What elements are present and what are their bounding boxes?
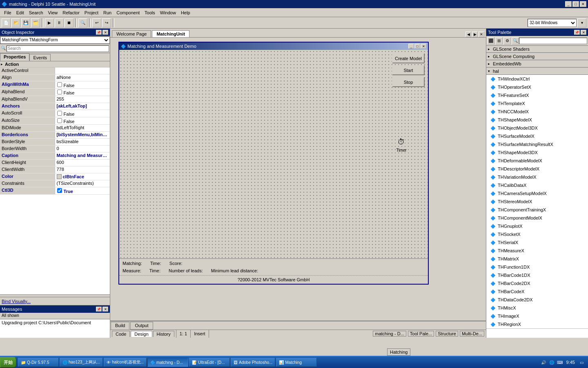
tool-item-thregionx[interactable]: 🔷THRegionX [486, 320, 588, 328]
tool-palette-close[interactable]: ✕ [581, 30, 586, 35]
menu-project[interactable]: Project [82, 9, 101, 16]
messages-pin-button[interactable]: 📌 [96, 307, 102, 312]
menu-search[interactable]: Search [27, 9, 46, 16]
panel-pin-button[interactable]: 📌 [96, 30, 102, 35]
tool-item-thbarcode2dx[interactable]: 🔷THBarCode2DX [486, 279, 588, 287]
tab-design[interactable]: Design [131, 331, 152, 337]
tab-matching-unit[interactable]: MatchingUnit [152, 30, 189, 37]
tab-nav-right[interactable]: ▶ [472, 31, 478, 37]
tool-item-thcalibdatax[interactable]: 🔷THCalibDataX [486, 181, 588, 189]
tool-item-thoperatorsetx[interactable]: 🔷THOperatorSetX [486, 83, 588, 91]
taskbar-item-matching[interactable]: 🔷 matching - D... [147, 358, 188, 367]
platform-dropdown[interactable]: ▾ [577, 18, 586, 27]
tab-events[interactable]: Events [29, 54, 51, 61]
panel-close-button[interactable]: ✕ [102, 30, 108, 35]
prop-value-bidimode[interactable]: bdLeftToRight [55, 125, 110, 131]
toolbar-stop[interactable]: ⏹ [65, 18, 74, 27]
tool-item-thbarcodex[interactable]: 🔷THBarCodeX [486, 287, 588, 296]
taskbar-item-matching2[interactable]: 📊 Matching [276, 358, 317, 367]
create-model-button[interactable]: Create Model [392, 53, 425, 63]
tool-item-thsurfacemodelx[interactable]: 🔷THSurfaceModelX [486, 132, 588, 140]
tab-properties[interactable]: Properties [0, 53, 29, 61]
tool-item-thsteromodelx[interactable]: 🔷THStereoModelX [486, 197, 588, 206]
group-header-hal[interactable]: ▾ hal [486, 68, 588, 75]
menu-window[interactable]: Window [158, 9, 178, 16]
tab-history[interactable]: History [153, 331, 174, 337]
prop-value-borderwidth[interactable]: 0 [55, 146, 110, 152]
menu-component[interactable]: Component [114, 9, 142, 16]
menu-help[interactable]: Help [178, 9, 193, 16]
toolbar-open[interactable]: 📂 [11, 18, 20, 27]
close-button[interactable]: ✕ [580, 1, 586, 7]
form-close-button[interactable]: ✕ [421, 44, 426, 49]
tool-item-thnccmodelx[interactable]: 🔷THNCCModelX [486, 108, 588, 116]
tool-item-thmiscx[interactable]: 🔷THMiscX [486, 304, 588, 312]
tool-icon-3[interactable]: ⚙ [503, 37, 511, 45]
menu-run[interactable]: Run [101, 9, 114, 16]
menu-edit[interactable]: Edit [14, 9, 27, 16]
tool-icon-4[interactable]: 🔍 [512, 37, 519, 45]
tab-tool-palette[interactable]: Tool Pale... [408, 331, 434, 337]
prop-group-action[interactable]: ▸ Action [0, 61, 110, 67]
taskbar-item-qdir[interactable]: 📁 Q-Dir 5.97.5 [18, 358, 59, 367]
messages-close-button[interactable]: ✕ [102, 307, 108, 312]
maximize-button[interactable]: □ [572, 1, 579, 7]
tool-palette-pin[interactable]: 📌 [574, 30, 580, 35]
form-maximize-button[interactable]: □ [414, 44, 420, 49]
prop-value-borderstyle[interactable]: bsSizeable [55, 139, 110, 145]
tool-item-thcamerasetupmodelx[interactable]: 🔷THCameraSetupModelX [486, 189, 588, 197]
tool-item-thvariationmodelx[interactable]: 🔷THVariationModelX [486, 173, 588, 181]
taskbar-item-photoshop[interactable]: 🖼 Adobe Photosho... [231, 358, 275, 367]
prop-value-ctl3d[interactable]: True [55, 187, 110, 194]
toolbar-pause[interactable]: ⏸ [55, 18, 64, 27]
prop-value-alignwithmargins[interactable]: False [55, 81, 110, 88]
tab-matching[interactable]: matching - D... [373, 331, 406, 337]
tool-item-thgnuplotx[interactable]: 🔷THGnuplotX [486, 222, 588, 230]
tool-item-thshapemodel3dx[interactable]: 🔷THShapeModel3DX [486, 148, 588, 157]
stop-button[interactable]: Stop [392, 77, 425, 87]
toolbar-new[interactable]: 📄 [2, 18, 11, 27]
tool-icon-1[interactable]: ⬛ [487, 37, 494, 45]
form-design-area[interactable]: 🔷 Matching and Measurement Demo _ □ ✕ Cr… [110, 38, 486, 321]
tab-close[interactable]: ✕ [479, 31, 484, 37]
prop-value-alphablend[interactable]: False [55, 89, 110, 96]
form-selector[interactable]: MatchingForm TMatchingForm [0, 36, 110, 44]
prop-value-activecontrol[interactable] [55, 67, 110, 74]
minimize-button[interactable]: _ [565, 1, 572, 7]
tool-item-thtemplatex[interactable]: 🔷THTemplateX [486, 99, 588, 108]
tool-item-thdeformablemodelx[interactable]: 🔷THDeformableModelX [486, 157, 588, 165]
prop-value-color[interactable]: clBtnFace [55, 173, 110, 180]
tool-item-thfunction1dx[interactable]: 🔷THFunction1DX [486, 263, 588, 271]
tool-item-thserialx[interactable]: 🔷THSerialX [486, 238, 588, 247]
prop-value-clientheight[interactable]: 600 [55, 159, 110, 166]
prop-value-caption[interactable]: Matching and Measurement De [55, 153, 110, 159]
tool-item-thwindowxctrl[interactable]: 🔷THWindowXCtrl [486, 75, 588, 83]
prop-value-autosize[interactable]: False [55, 117, 110, 124]
tool-item-thobjectmodel3dx[interactable]: 🔷THObjectModel3DX [486, 124, 588, 132]
taskbar-item-ultraedit[interactable]: 📝 UltraEdit - [D... [189, 358, 230, 367]
tab-structure[interactable]: Structure [436, 331, 458, 337]
tool-item-thfeaturesetx[interactable]: 🔷THFeatureSetX [486, 91, 588, 99]
tool-item-thsocketx[interactable]: 🔷THSocketX [486, 230, 588, 238]
start-button[interactable]: 开始 [0, 357, 16, 368]
tool-item-thmeasurex[interactable]: 🔷THMeasureX [486, 247, 588, 255]
tool-item-thmatrixx[interactable]: 🔷THMatrixX [486, 255, 588, 263]
group-header-glscene-shaders[interactable]: ▸ GLScene Shaders [486, 46, 588, 53]
prop-value-bordericons[interactable]: [biSystemMenu,biMinimize,biMa [55, 132, 110, 138]
tab-welcome-page[interactable]: Welcome Page [112, 30, 151, 37]
group-header-embeddedwb[interactable]: ▸ EmbeddedWb [486, 61, 588, 67]
tool-icon-2[interactable]: ⊞ [495, 37, 503, 45]
form-minimize-button[interactable]: _ [408, 44, 414, 49]
group-header-glscene-computing[interactable]: ▸ GLScene Computing [486, 53, 588, 60]
tool-item-thcomponentmodelx[interactable]: 🔷THComponentModelX [486, 214, 588, 222]
toolbar-save-all[interactable]: 🗂️ [31, 18, 40, 27]
platform-selector[interactable]: 32-bit Windows [528, 19, 577, 27]
menu-file[interactable]: File [2, 9, 14, 16]
taskbar-item-hao123[interactable]: 🌐 hao123_上网从... [60, 358, 103, 367]
prop-value-clientwidth[interactable]: 778 [55, 166, 110, 173]
toolbar-search[interactable]: 🔍 [78, 18, 87, 27]
menu-view[interactable]: View [46, 9, 60, 16]
tray-icon-2[interactable]: 🌐 [548, 359, 555, 366]
tab-nav-left[interactable]: ◀ [466, 31, 471, 37]
tool-item-thimagex[interactable]: 🔷THImageX [486, 312, 588, 320]
